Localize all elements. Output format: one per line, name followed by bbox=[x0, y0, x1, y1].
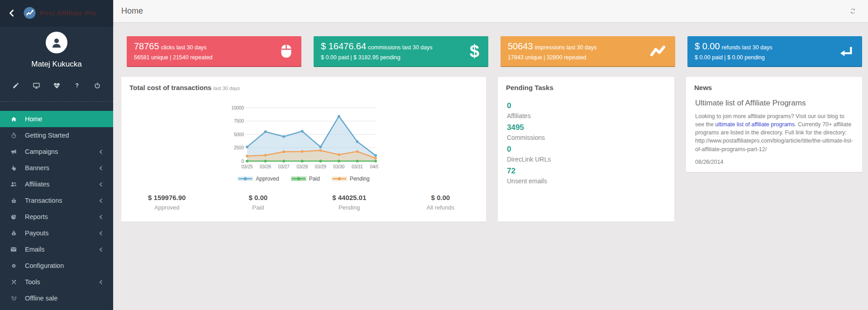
svg-text:03/28: 03/28 bbox=[296, 164, 308, 169]
panels-row: Total cost of transactionslast 30 days 0… bbox=[121, 77, 862, 222]
pending-tasks-title: Pending Tasks bbox=[498, 77, 674, 91]
chart-summary-row: $ 159976.90 Approved $ 0.00 Paid $ 44025… bbox=[121, 194, 486, 211]
page-title: Home bbox=[121, 6, 143, 16]
refresh-icon[interactable] bbox=[849, 7, 857, 15]
svg-text:?: ? bbox=[75, 82, 79, 89]
envelope-icon bbox=[10, 246, 17, 253]
svg-text:7500: 7500 bbox=[234, 119, 244, 124]
megaphone-icon bbox=[10, 148, 17, 155]
sidebar-header: Post Affiliate Pro bbox=[0, 0, 113, 26]
sidebar-item-home[interactable]: Home bbox=[0, 111, 113, 127]
news-panel: News Ultimate list of Affiliate Programs… bbox=[686, 77, 862, 172]
sidebar-item-tools[interactable]: Tools bbox=[0, 274, 113, 290]
pie-chart-icon bbox=[10, 213, 17, 220]
collapse-sidebar-button[interactable] bbox=[0, 9, 24, 18]
avatar[interactable] bbox=[46, 32, 67, 53]
svg-text:03/30: 03/30 bbox=[333, 164, 344, 169]
svg-text:2500: 2500 bbox=[234, 145, 244, 150]
topbar: Home bbox=[113, 0, 868, 23]
chevron-left-icon bbox=[100, 198, 104, 203]
mouse-icon bbox=[280, 43, 292, 60]
svg-text:03/31: 03/31 bbox=[352, 164, 363, 169]
return-arrow-icon bbox=[839, 45, 853, 57]
chevron-left-icon bbox=[100, 231, 104, 235]
sidebar: Post Affiliate Pro Matej Kukucka ? bbox=[0, 0, 113, 310]
news-article-title: Ultimate list of Affiliate Programs bbox=[686, 91, 862, 108]
basket-icon bbox=[10, 197, 17, 204]
sidebar-item-reports[interactable]: Reports bbox=[0, 209, 113, 225]
sidebar-item-payouts[interactable]: $ Payouts bbox=[0, 225, 113, 241]
sidebar-item-campaigns[interactable]: Campaigns bbox=[0, 143, 113, 160]
svg-text:$: $ bbox=[13, 232, 14, 235]
transactions-chart-panel: Total cost of transactionslast 30 days 0… bbox=[121, 77, 486, 222]
commissions-card[interactable]: $ 16476.64commissions last 30 days $ 0.0… bbox=[314, 36, 488, 67]
chevron-left-icon bbox=[100, 280, 104, 284]
sidebar-item-emails[interactable]: Emails bbox=[0, 241, 113, 258]
power-icon[interactable] bbox=[93, 81, 101, 90]
main-content: 78765clicks last 30 days 56581 unique | … bbox=[113, 23, 868, 310]
task-label: Unsent emails bbox=[507, 177, 665, 185]
task-value[interactable]: 3495 bbox=[507, 123, 665, 132]
chevron-left-icon bbox=[100, 247, 104, 252]
quick-actions: ? bbox=[0, 69, 113, 101]
home-icon bbox=[10, 115, 17, 123]
pencil-icon[interactable] bbox=[12, 81, 20, 90]
sidebar-item-affiliates[interactable]: Affiliates bbox=[0, 176, 113, 192]
users-icon bbox=[10, 181, 17, 188]
chart-canvas: 02500500075001000003/2503/2603/2703/2803… bbox=[229, 103, 378, 175]
svg-text:03/26: 03/26 bbox=[260, 164, 271, 169]
user-name: Matej Kukucka bbox=[0, 60, 113, 69]
sidebar-item-getting-started[interactable]: Getting Started bbox=[0, 127, 113, 143]
sidebar-menu: Home Getting Started Campaigns Banners A… bbox=[0, 101, 113, 306]
transactions-chart: 02500500075001000003/2503/2603/2703/2803… bbox=[121, 103, 486, 182]
task-value[interactable]: 72 bbox=[507, 167, 665, 176]
summary-pending: $ 44025.01 Pending bbox=[304, 194, 395, 211]
person-icon bbox=[50, 36, 63, 49]
sidebar-item-offline-sale[interactable]: Offline sale bbox=[0, 290, 113, 306]
dollar-icon: $ bbox=[470, 43, 479, 60]
monitor-icon[interactable] bbox=[32, 81, 40, 90]
pending-tasks-panel: Pending Tasks 0 Affiliates 3495 Commissi… bbox=[498, 77, 674, 222]
svg-text:10000: 10000 bbox=[231, 105, 244, 110]
task-value[interactable]: 0 bbox=[507, 145, 665, 154]
clicks-card[interactable]: 78765clicks last 30 days 56581 unique | … bbox=[127, 36, 301, 67]
pending-tasks-list: 0 Affiliates 3495 Commissions 0 DirecLin… bbox=[498, 91, 674, 185]
gear-icon bbox=[10, 262, 17, 269]
svg-text:03/29: 03/29 bbox=[315, 164, 326, 169]
chevron-left-icon bbox=[8, 9, 16, 18]
legend-item: Approved bbox=[238, 176, 279, 182]
task-value[interactable]: 0 bbox=[507, 101, 665, 110]
chevron-left-icon bbox=[100, 149, 104, 154]
legend-item: Paid bbox=[291, 176, 320, 182]
news-body: Looking to join more affiliate programs?… bbox=[686, 108, 862, 153]
sidebar-item-transactions[interactable]: Transactions bbox=[0, 192, 113, 209]
cart-icon bbox=[10, 295, 17, 302]
impressions-card[interactable]: 50643impressions last 30 days 17843 uniq… bbox=[501, 36, 675, 67]
svg-text:5000: 5000 bbox=[234, 132, 244, 137]
heartbeat-icon[interactable] bbox=[52, 81, 61, 90]
hand-pointer-icon bbox=[10, 164, 17, 172]
app-logo-icon bbox=[24, 7, 36, 19]
svg-text:03/25: 03/25 bbox=[241, 164, 253, 169]
stopwatch-icon bbox=[10, 132, 17, 139]
svg-text:03/27: 03/27 bbox=[278, 164, 290, 169]
chevron-left-icon bbox=[100, 215, 104, 219]
task-label: Commissions bbox=[507, 134, 665, 141]
summary-approved: $ 159976.90 Approved bbox=[121, 194, 213, 211]
chart-legend: ApprovedPaidPending bbox=[238, 176, 369, 182]
task-label: Affiliates bbox=[507, 112, 665, 119]
svg-text:04/01: 04/01 bbox=[370, 164, 378, 169]
news-link[interactable]: ultimate list of affiliate programs bbox=[715, 121, 795, 128]
summary-paid: $ 0.00 Paid bbox=[213, 194, 304, 211]
svg-text:0: 0 bbox=[241, 159, 244, 164]
trend-line-icon bbox=[650, 45, 666, 57]
brand-name: Post Affiliate Pro bbox=[40, 9, 96, 17]
news-title: News bbox=[686, 77, 862, 91]
summary-all-refunds: $ 0.00 All refunds bbox=[395, 194, 486, 211]
chart-panel-title: Total cost of transactionslast 30 days bbox=[121, 77, 486, 91]
news-date: 08/26/2014 bbox=[686, 153, 862, 165]
question-icon[interactable]: ? bbox=[73, 81, 81, 90]
refunds-card[interactable]: $ 0.00refunds last 30 days $ 0.00 paid |… bbox=[687, 36, 862, 67]
sidebar-item-configuration[interactable]: Configuration bbox=[0, 258, 113, 274]
sidebar-item-banners[interactable]: Banners bbox=[0, 160, 113, 176]
